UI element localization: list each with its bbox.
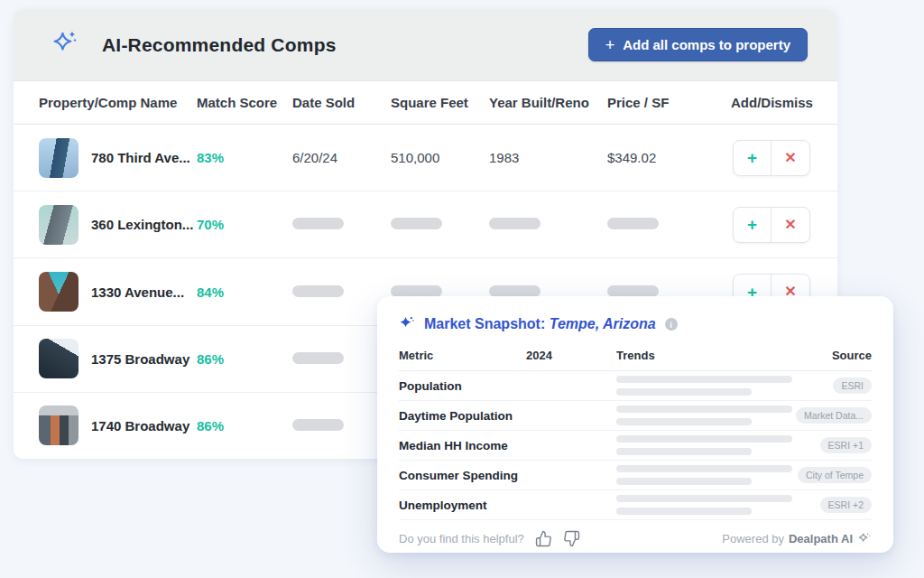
square-feet: 510,000: [391, 150, 489, 165]
price-per-sf: $349.02: [607, 150, 731, 165]
sparkles-icon: [50, 28, 80, 62]
match-score: 86%: [197, 351, 292, 367]
metric-label: Daytime Population: [399, 409, 526, 423]
powered-by-label: Powered by: [722, 532, 784, 545]
thumbs-down-icon[interactable]: [563, 530, 580, 547]
add-comp-button[interactable]: +: [734, 141, 772, 175]
snapshot-footer: Do you find this helpful? Powered by Dea…: [399, 530, 872, 547]
info-icon[interactable]: i: [665, 318, 678, 331]
column-header-date-sold: Date Sold: [292, 95, 391, 110]
source-badge[interactable]: City of Tempe: [798, 467, 872, 483]
column-header-year-built: Year Built/Reno: [489, 95, 607, 110]
property-thumbnail: [39, 205, 79, 245]
metric-label: Population: [399, 379, 526, 393]
dealpath-ai-brand: Dealpath AI: [789, 532, 853, 545]
metric-label: Unemployment: [399, 499, 526, 512]
add-dismiss-group: + ✕: [733, 140, 810, 176]
source-badge[interactable]: ESRI +1: [820, 437, 872, 453]
trend-placeholder: [616, 448, 752, 455]
column-header-add-dismiss: Add/Dismiss: [731, 95, 837, 110]
property-thumbnail: [39, 272, 79, 312]
source-badge[interactable]: ESRI +2: [820, 497, 872, 513]
property-thumbnail: [39, 138, 79, 178]
snap-column-2024: 2024: [526, 349, 616, 362]
trend-placeholder: [616, 495, 792, 502]
market-snapshot-card: Market Snapshot: Tempe, Arizona i Metric…: [377, 296, 893, 553]
column-header-price-sf: Price / SF: [607, 95, 731, 110]
property-name[interactable]: 1740 Broadway: [91, 418, 189, 434]
snap-column-metric: Metric: [399, 349, 526, 362]
loading-placeholder: [489, 285, 541, 297]
metric-label: Consumer Spending: [399, 469, 526, 482]
property-name[interactable]: 780 Third Ave...: [91, 150, 190, 165]
year-built-reno: 1983: [489, 150, 607, 165]
plus-icon: +: [605, 39, 615, 51]
snapshot-row: Unemployment ESRI +2: [399, 490, 872, 520]
loading-placeholder: [607, 285, 659, 297]
comps-table-header: Property/Comp Name Match Score Date Sold…: [14, 81, 837, 125]
add-all-comps-button[interactable]: + Add all comps to property: [588, 28, 808, 61]
snapshot-table-header: Metric 2024 Trends Source: [399, 349, 872, 371]
source-badge[interactable]: Market Data...: [796, 407, 872, 424]
snapshot-row: Population ESRI: [399, 371, 872, 401]
feedback-prompt: Do you find this helpful?: [399, 532, 524, 545]
trend-placeholder: [616, 435, 792, 443]
loading-placeholder: [292, 218, 344, 229]
column-header-square-feet: Square Feet: [391, 95, 489, 110]
snap-column-trends: Trends: [616, 349, 832, 362]
property-name[interactable]: 360 Lexington...: [91, 217, 193, 232]
trend-placeholder: [616, 376, 792, 383]
add-all-comps-label: Add all comps to property: [623, 37, 790, 52]
snapshot-row: Consumer Spending City of Tempe: [399, 461, 872, 490]
match-score: 70%: [197, 217, 292, 232]
date-sold: 6/20/24: [292, 150, 391, 165]
source-badge[interactable]: ESRI: [833, 378, 872, 394]
trend-placeholder: [616, 406, 792, 413]
property-thumbnail: [39, 406, 79, 445]
trend-placeholder: [616, 508, 752, 515]
match-score: 86%: [197, 418, 292, 434]
trend-placeholder: [616, 418, 752, 425]
table-row: 360 Lexington... 70% + ✕: [14, 191, 837, 258]
powered-by: Powered by Dealpath AI: [722, 530, 872, 547]
snapshot-location: Tempe, Arizona: [550, 316, 656, 331]
snap-column-source: Source: [832, 349, 872, 362]
loading-placeholder: [489, 218, 541, 229]
dismiss-comp-button[interactable]: ✕: [772, 208, 809, 242]
loading-placeholder: [292, 352, 344, 364]
property-thumbnail: [39, 339, 79, 378]
loading-placeholder: [391, 218, 442, 229]
add-dismiss-group: + ✕: [733, 207, 810, 243]
loading-placeholder: [292, 285, 344, 297]
add-comp-button[interactable]: +: [734, 208, 772, 242]
loading-placeholder: [292, 419, 344, 431]
snapshot-title-label: Market Snapshot:: [424, 316, 545, 331]
comps-card-header: AI-Recommended Comps + Add all comps to …: [14, 9, 837, 81]
trend-placeholder: [616, 388, 752, 396]
column-header-property-name: Property/Comp Name: [39, 95, 197, 110]
sparkle-icon: [857, 530, 872, 547]
table-row: 780 Third Ave... 83% 6/20/24 510,000 198…: [14, 125, 837, 191]
sparkle-icon: [399, 314, 415, 334]
thumbs-up-icon[interactable]: [535, 530, 552, 547]
snapshot-row: Median HH Income ESRI +1: [399, 431, 872, 461]
loading-placeholder: [391, 285, 442, 297]
trend-placeholder: [616, 478, 752, 485]
property-name[interactable]: 1375 Broadway: [91, 351, 189, 367]
metric-label: Median HH Income: [399, 439, 526, 452]
page-title: AI-Recommended Comps: [102, 34, 337, 56]
dismiss-comp-button[interactable]: ✕: [772, 141, 809, 175]
snapshot-title: Market Snapshot: Tempe, Arizona: [424, 316, 656, 332]
snapshot-row: Daytime Population Market Data...: [399, 401, 872, 431]
match-score: 84%: [197, 284, 292, 300]
trend-placeholder: [616, 465, 792, 472]
loading-placeholder: [607, 218, 659, 229]
match-score: 83%: [197, 150, 292, 165]
property-name[interactable]: 1330 Avenue...: [91, 284, 184, 300]
column-header-match-score: Match Score: [197, 95, 292, 110]
